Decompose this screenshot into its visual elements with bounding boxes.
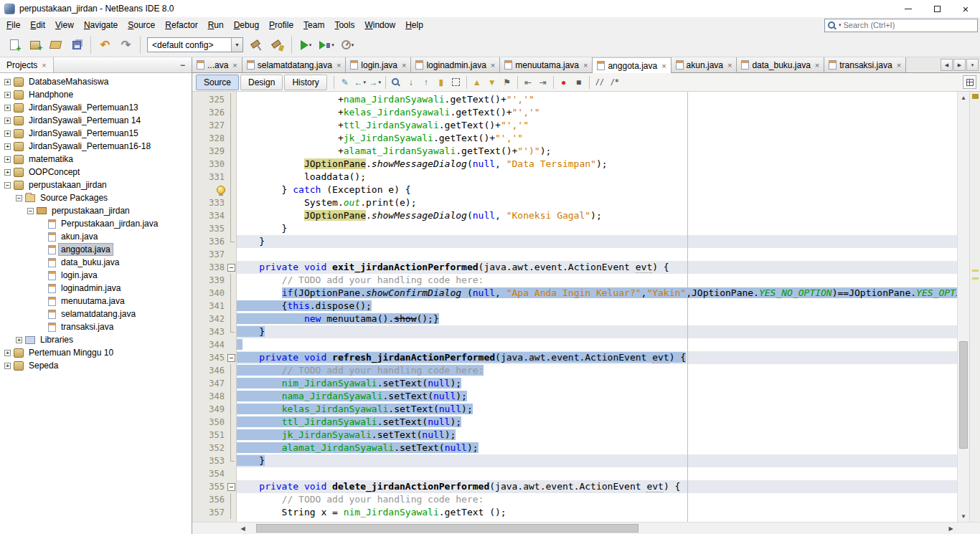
new-file-button[interactable] bbox=[4, 35, 24, 54]
line-number[interactable]: 327 bbox=[192, 120, 227, 130]
profile-project-button[interactable]: ▾ bbox=[338, 35, 357, 54]
tree-item-libraries[interactable]: +Libraries bbox=[0, 333, 192, 346]
menu-file-button[interactable]: File bbox=[1, 18, 25, 32]
code-line[interactable]: } catch (Exception e) { bbox=[237, 183, 957, 196]
line-number[interactable]: 345 bbox=[192, 353, 227, 363]
line-number[interactable]: 346 bbox=[192, 366, 227, 376]
menu-source-button[interactable]: Source bbox=[123, 18, 160, 32]
menu-debug-button[interactable]: Debug bbox=[229, 18, 264, 32]
next-bookmark-icon[interactable]: ▼ bbox=[485, 75, 499, 90]
menu-window-button[interactable]: Window bbox=[359, 18, 400, 32]
tree-item-anggota-java[interactable]: anggota.java bbox=[0, 243, 192, 256]
line-number[interactable]: 354 bbox=[192, 469, 227, 479]
code-line[interactable]: private void delete_jirdanActionPerforme… bbox=[237, 480, 957, 493]
tab-selamatdatang-java[interactable]: selamatdatang.java× bbox=[242, 57, 347, 72]
forward-icon[interactable]: →▾ bbox=[368, 75, 382, 90]
code-line[interactable]: if(JOptionPane.showConfirmDialog (null, … bbox=[237, 287, 957, 300]
code-line[interactable]: {this.dispose(); bbox=[237, 300, 957, 313]
code-fold-icon[interactable] bbox=[227, 261, 236, 274]
line-number[interactable]: 343 bbox=[192, 327, 227, 337]
expand-handle-icon[interactable]: + bbox=[4, 130, 11, 137]
view-source-button[interactable]: Source bbox=[196, 75, 239, 90]
expand-handle-icon[interactable]: + bbox=[4, 79, 11, 85]
code-fold-icon[interactable] bbox=[227, 351, 236, 364]
tree-item-jirdansyawali-pertemuan-14[interactable]: +JirdanSyawali_Pertemuan 14 bbox=[0, 114, 192, 127]
menu-team-button[interactable]: Team bbox=[298, 18, 329, 32]
start-macro-icon[interactable]: ● bbox=[557, 75, 571, 90]
search-input[interactable] bbox=[844, 21, 974, 29]
expand-handle-icon[interactable]: + bbox=[4, 363, 11, 369]
expand-handle-icon[interactable]: + bbox=[4, 105, 11, 111]
vertical-scrollbar[interactable]: ▲ ▼ bbox=[957, 92, 969, 522]
find-next-icon[interactable]: ↓ bbox=[404, 75, 418, 90]
line-number[interactable]: 337 bbox=[192, 249, 227, 259]
tab-close-icon[interactable]: × bbox=[661, 62, 666, 70]
open-project-button[interactable] bbox=[46, 35, 65, 54]
code-line[interactable]: // TODO add your handling code here: bbox=[237, 274, 957, 287]
warning-glyph-icon[interactable] bbox=[217, 186, 225, 194]
vertical-scroll-thumb[interactable] bbox=[959, 341, 968, 449]
tab-transaksi-java[interactable]: transaksi.java× bbox=[824, 57, 906, 72]
line-number[interactable]: 341 bbox=[192, 301, 227, 311]
tab-ava[interactable]: ...ava× bbox=[192, 57, 242, 72]
tab-data-buku-java[interactable]: data_buku.java× bbox=[737, 57, 824, 72]
menu-edit-button[interactable]: Edit bbox=[25, 18, 50, 32]
search-dropdown-icon[interactable]: ▾ bbox=[839, 22, 842, 28]
horizontal-scrollbar[interactable]: ◀ ▶ bbox=[192, 522, 980, 534]
scroll-tabs-right-icon[interactable]: ▶ bbox=[953, 59, 966, 71]
code-line[interactable] bbox=[237, 467, 957, 480]
collapse-handle-icon[interactable]: − bbox=[27, 208, 34, 214]
scroll-down-icon[interactable]: ▼ bbox=[958, 510, 969, 522]
code-line[interactable]: } bbox=[237, 235, 957, 248]
code-line[interactable]: JOptionPane.showMessageDialog(null, "Dat… bbox=[237, 158, 957, 171]
line-number[interactable]: 344 bbox=[192, 340, 227, 350]
line-number[interactable]: 333 bbox=[192, 198, 227, 208]
line-number[interactable]: 338 bbox=[192, 262, 227, 272]
code-line[interactable]: loaddata(); bbox=[237, 171, 957, 183]
tree-item-data-buku-java[interactable]: data_buku.java bbox=[0, 256, 192, 269]
tree-item-selamatdatang-java[interactable]: selamatdatang.java bbox=[0, 307, 192, 320]
tree-item-source-packages[interactable]: −Source Packages bbox=[0, 191, 192, 204]
projects-close-icon[interactable]: × bbox=[42, 61, 46, 70]
config-select-arrow-icon[interactable]: ▼ bbox=[231, 38, 242, 52]
collapse-handle-icon[interactable]: − bbox=[16, 195, 22, 201]
find-selection-icon[interactable] bbox=[389, 75, 403, 90]
tab-loginadmin-java[interactable]: loginadmin.java× bbox=[411, 57, 500, 72]
code-line[interactable]: // TODO add your handling code here: bbox=[237, 364, 957, 377]
line-number[interactable]: 328 bbox=[192, 133, 227, 143]
tree-item-jirdansyawali-pertemuan16-18[interactable]: +JirdanSyawali_Pertemuan16-18 bbox=[0, 140, 192, 153]
line-number[interactable]: 336 bbox=[192, 237, 227, 247]
tab-close-icon[interactable]: × bbox=[815, 61, 819, 70]
tree-item-sepeda[interactable]: +Sepeda bbox=[0, 359, 192, 372]
maximize-button[interactable] bbox=[923, 0, 951, 17]
line-number[interactable]: 335 bbox=[192, 224, 227, 234]
code-line[interactable]: nama_JirdanSyawali.setText(null); bbox=[237, 390, 957, 403]
code-line[interactable]: JOptionPane.showMessageDialog(null, "Kon… bbox=[237, 209, 957, 222]
line-number[interactable]: 351 bbox=[192, 430, 227, 440]
tree-item-akun-java[interactable]: akun.java bbox=[0, 230, 192, 243]
projects-tab[interactable]: Projects × bbox=[0, 57, 54, 72]
line-number[interactable]: 348 bbox=[192, 391, 227, 401]
menu-run-button[interactable]: Run bbox=[203, 18, 229, 32]
tree-item-perpustakaan-jirdan-java[interactable]: Perpustakaan_jirdan.java bbox=[0, 217, 192, 230]
code-line[interactable]: System.out.print(e); bbox=[237, 196, 957, 209]
tab-close-icon[interactable]: × bbox=[336, 61, 341, 70]
tab-anggota-java[interactable]: anggota.java× bbox=[593, 57, 671, 73]
line-number[interactable]: 356 bbox=[192, 495, 227, 505]
code-fold-icon[interactable] bbox=[227, 480, 236, 493]
line-number[interactable]: 355 bbox=[192, 482, 227, 492]
line-number[interactable]: 325 bbox=[192, 95, 227, 105]
line-number[interactable]: 334 bbox=[192, 211, 227, 221]
line-number[interactable]: 357 bbox=[192, 507, 227, 518]
expand-handle-icon[interactable]: + bbox=[4, 92, 11, 98]
last-edit-icon[interactable]: ✎ bbox=[338, 75, 352, 90]
tree-item-login-java[interactable]: login.java bbox=[0, 269, 192, 282]
menu-refactor-button[interactable]: Refactor bbox=[160, 18, 202, 32]
code-line[interactable]: } bbox=[237, 325, 957, 338]
tab-close-icon[interactable]: × bbox=[491, 61, 495, 70]
tab-list-dropdown-icon[interactable]: ▾ bbox=[966, 59, 979, 71]
code-line[interactable]: } bbox=[237, 222, 957, 235]
tree-item-perpustakaan-jirdan[interactable]: −perpustakaan_jirdan bbox=[0, 178, 192, 191]
build-project-button[interactable] bbox=[247, 35, 266, 54]
code-line[interactable]: ttl_JirdanSyawali.setText(null); bbox=[237, 416, 957, 429]
